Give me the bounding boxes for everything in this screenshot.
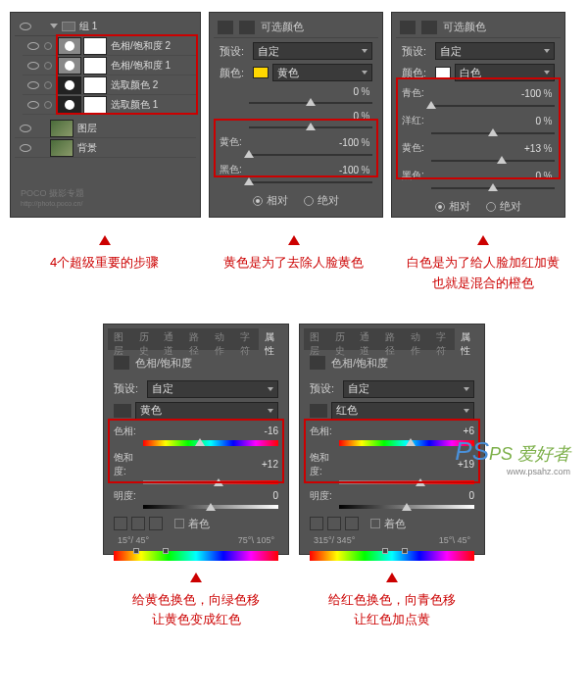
color-select[interactable]: 白色 <box>455 64 555 81</box>
mask-thumb[interactable] <box>83 96 107 114</box>
adjustment-thumb[interactable] <box>58 76 81 94</box>
layer-row[interactable]: 背景 <box>15 138 196 158</box>
caption-text: 黄色是为了去除人脸黄色 <box>199 253 388 274</box>
preset-select[interactable]: 自定 <box>343 380 474 398</box>
link-icon[interactable] <box>44 101 52 109</box>
selective-color-panel-2: 可选颜色 预设: 自定 颜色: 白色 青色:-100% 洋红 <box>391 12 565 218</box>
slider-handle[interactable] <box>206 503 216 511</box>
preset-select[interactable]: 自定 <box>147 380 278 398</box>
colorize-label: 着色 <box>188 517 210 531</box>
tab[interactable]: 图层 <box>108 328 133 350</box>
eyedropper-sub-icon[interactable] <box>149 517 163 530</box>
mask-thumb[interactable] <box>83 76 107 94</box>
radio-relative[interactable]: 相对 <box>253 193 288 208</box>
tab[interactable]: 动作 <box>209 328 234 350</box>
preset-select[interactable]: 自定 <box>253 42 372 60</box>
mask-thumb[interactable] <box>83 37 107 55</box>
hue-range-bar[interactable] <box>114 551 278 561</box>
slider-handle[interactable] <box>306 123 316 130</box>
tab-active[interactable]: 属性 <box>259 328 284 350</box>
slider-handle[interactable] <box>306 98 316 106</box>
adjustment-thumb[interactable] <box>58 37 81 55</box>
slider-handle[interactable] <box>497 156 507 164</box>
eyedropper-add-icon[interactable] <box>327 517 341 530</box>
visibility-icon[interactable] <box>27 101 39 109</box>
slider-handle[interactable] <box>402 503 412 511</box>
color-swatch <box>435 67 451 78</box>
slider-group: 青色:-100% 洋红:0% 黄色:+13% 黑色:0% <box>396 85 561 193</box>
channel-select[interactable]: 红色 <box>331 402 474 420</box>
adjustment-thumb[interactable] <box>58 57 81 75</box>
tab[interactable]: 字符 <box>234 328 260 350</box>
tab[interactable]: 历史 <box>329 328 355 350</box>
arrow-up-icon <box>477 235 489 245</box>
channel-select[interactable]: 黄色 <box>135 402 278 420</box>
tab[interactable]: 通道 <box>158 328 183 350</box>
tab[interactable]: 路径 <box>379 328 405 350</box>
layer-row[interactable]: 色相/饱和度 2 <box>23 36 196 56</box>
preset-label: 预设: <box>114 381 143 396</box>
tab[interactable]: 字符 <box>430 328 456 350</box>
adjustment-thumb[interactable] <box>58 96 81 114</box>
chevron-down-icon <box>268 409 273 413</box>
hue-range-bar[interactable] <box>310 551 474 561</box>
visibility-icon[interactable] <box>20 23 31 30</box>
link-icon[interactable] <box>44 42 52 50</box>
hand-icon[interactable] <box>310 404 327 418</box>
tab-active[interactable]: 属性 <box>455 328 480 350</box>
tab[interactable]: 历史 <box>133 328 159 350</box>
tab-icon <box>400 21 416 34</box>
slider-handle[interactable] <box>195 438 205 446</box>
hand-icon[interactable] <box>114 404 131 418</box>
adjustment-icon <box>114 356 129 370</box>
eyedropper-icon[interactable] <box>310 517 323 530</box>
chevron-down-icon <box>544 71 550 75</box>
slider-group: 0% 0% 黄色:-100% 黑色:-100% <box>214 85 378 187</box>
layer-thumb[interactable] <box>50 139 74 157</box>
layer-name: 选取颜色 1 <box>111 98 158 112</box>
layer-thumb[interactable] <box>50 120 74 137</box>
colorize-checkbox[interactable] <box>174 519 184 528</box>
slider-handle[interactable] <box>416 478 425 486</box>
radio-absolute[interactable]: 绝对 <box>486 199 521 214</box>
panel-title: 色相/饱和度 <box>331 356 388 371</box>
arrow-up-icon <box>190 573 202 582</box>
slider-handle[interactable] <box>406 438 416 446</box>
caption-text: 4个超级重要的步骤 <box>10 253 199 274</box>
color-select[interactable]: 黄色 <box>272 64 372 81</box>
eyedropper-sub-icon[interactable] <box>345 517 359 530</box>
slider-handle[interactable] <box>244 150 254 158</box>
radio-absolute[interactable]: 绝对 <box>304 193 339 208</box>
tab[interactable]: 路径 <box>183 328 209 350</box>
layer-row[interactable]: 选取颜色 2 <box>23 75 196 95</box>
tab[interactable]: 动作 <box>405 328 430 350</box>
colorize-checkbox[interactable] <box>370 519 380 528</box>
visibility-icon[interactable] <box>27 42 39 50</box>
slider-handle[interactable] <box>488 128 498 136</box>
collapse-icon[interactable] <box>50 24 58 28</box>
hue-saturation-panel-1: 图层 历史 通道 路径 动作 字符 属性 色相/饱和度 预设: 自定 <box>103 324 289 555</box>
slider-handle[interactable] <box>488 183 498 191</box>
slider-handle[interactable] <box>214 478 223 486</box>
eyedropper-add-icon[interactable] <box>131 517 145 530</box>
layer-name: 背景 <box>77 141 97 155</box>
link-icon[interactable] <box>44 62 52 70</box>
tab-icon <box>239 21 255 34</box>
radio-relative[interactable]: 相对 <box>435 199 470 214</box>
layer-row[interactable]: 色相/饱和度 1 <box>23 56 196 75</box>
visibility-icon[interactable] <box>20 125 31 132</box>
eyedropper-icon[interactable] <box>114 517 127 530</box>
visibility-icon[interactable] <box>20 144 31 152</box>
slider-handle[interactable] <box>244 177 254 185</box>
tab[interactable]: 图层 <box>304 328 329 350</box>
visibility-icon[interactable] <box>27 81 39 89</box>
slider-handle[interactable] <box>426 101 436 109</box>
layer-row[interactable]: 图层 <box>15 119 196 138</box>
layer-row[interactable]: 选取颜色 1 <box>23 95 196 115</box>
group-row[interactable]: 组 1 <box>15 17 196 36</box>
link-icon[interactable] <box>44 81 52 89</box>
mask-thumb[interactable] <box>83 57 107 75</box>
visibility-icon[interactable] <box>27 62 39 70</box>
preset-select[interactable]: 自定 <box>435 42 555 60</box>
tab[interactable]: 通道 <box>354 328 379 350</box>
